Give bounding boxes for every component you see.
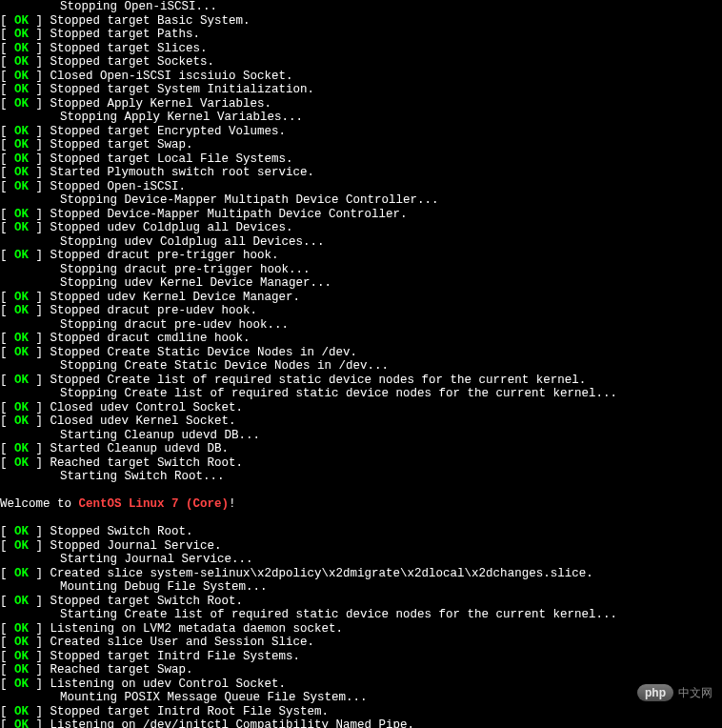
boot-message: Stopped Apply Kernel Variables. (50, 97, 272, 111)
boot-line: [ OK ] Stopped Apply Kernel Variables. (0, 97, 722, 111)
boot-message: Stopped target Initrd File Systems. (50, 650, 301, 663)
ok-status: OK (14, 567, 29, 580)
boot-message: Stopped target Sockets. (50, 55, 215, 69)
bracket-right: ] (29, 442, 50, 455)
boot-message: Stopped Journal Service. (50, 539, 222, 553)
boot-message: Listening on LVM2 metadata daemon socket… (50, 622, 344, 636)
boot-message: Stopped dracut pre-udev hook. (50, 304, 258, 317)
ok-status: OK (14, 525, 29, 538)
bracket-right: ] (29, 539, 50, 553)
ok-status: OK (14, 401, 29, 415)
boot-line: [ OK ] Stopped target Local File Systems… (0, 152, 722, 167)
bracket-right: ] (29, 42, 50, 55)
boot-message: Stopped target Basic System. (50, 14, 251, 28)
boot-message: Listening on /dev/initctl Compatibility … (50, 718, 415, 728)
boot-line: [ OK ] Stopped Device-Mapper Multipath D… (0, 208, 722, 222)
bracket-right: ] (29, 249, 50, 262)
bracket-left: [ (0, 152, 14, 166)
boot-message: Created slice system-selinux\x2dpolicy\x… (50, 567, 593, 580)
boot-line: Starting Create list of required static … (60, 608, 722, 622)
bracket-right: ] (29, 138, 50, 152)
boot-line: [ OK ] Created slice system-selinux\x2dp… (0, 567, 722, 581)
boot-line (0, 512, 722, 526)
bracket-left: [ (0, 180, 14, 193)
bracket-right: ] (29, 705, 50, 718)
boot-line: [ OK ] Closed Open-iSCSI iscsiuio Socket… (0, 70, 722, 84)
boot-message: Stopping Create list of required static … (60, 387, 617, 400)
watermark-text: 中文网 (678, 686, 712, 700)
boot-line: [ OK ] Stopped dracut pre-udev hook. (0, 304, 722, 318)
boot-line: [ OK ] Closed udev Control Socket. (0, 401, 722, 415)
boot-line: Stopping dracut pre-trigger hook... (60, 263, 722, 277)
bracket-left: [ (0, 55, 14, 69)
boot-line: [ OK ] Stopped dracut cmdline hook. (0, 332, 722, 346)
bracket-right: ] (29, 663, 50, 677)
ok-status: OK (14, 539, 29, 553)
ok-status: OK (14, 718, 29, 728)
boot-message: Starting Cleanup udevd DB... (60, 429, 260, 442)
boot-line: Mounting Debug File System... (60, 580, 722, 595)
bracket-right: ] (29, 525, 50, 538)
bracket-left: [ (0, 138, 14, 152)
welcome-suffix: ! (229, 497, 236, 511)
bracket-right: ] (29, 595, 50, 608)
ok-status: OK (14, 705, 29, 718)
boot-message: Started Plymouth switch root service. (50, 166, 315, 179)
ok-status: OK (14, 442, 29, 455)
boot-line: [ OK ] Stopped target Slices. (0, 42, 722, 56)
boot-line: [ OK ] Stopped target Switch Root. (0, 595, 722, 609)
bracket-left: [ (0, 650, 14, 663)
bracket-right: ] (29, 291, 50, 304)
boot-message: Mounting POSIX Message Queue File System… (60, 691, 368, 704)
bracket-left: [ (0, 705, 14, 718)
bracket-right: ] (29, 374, 50, 387)
boot-line: Stopping Create Static Device Nodes in /… (60, 359, 722, 374)
boot-message: Stopped target Swap. (50, 138, 193, 152)
boot-message: Mounting Debug File System... (60, 580, 268, 594)
boot-message: Listening on udev Control Socket. (50, 677, 287, 691)
bracket-left: [ (0, 525, 14, 538)
boot-line: [ OK ] Stopped target System Initializat… (0, 83, 722, 97)
boot-line: [ OK ] Stopped target Basic System. (0, 14, 722, 29)
boot-line: [ OK ] Stopped dracut pre-trigger hook. (0, 249, 722, 263)
boot-line: [ OK ] Stopped Create list of required s… (0, 374, 722, 388)
boot-line: [ OK ] Stopped target Initrd Root File S… (0, 705, 722, 719)
bracket-right: ] (29, 221, 50, 234)
boot-line: [ OK ] Stopped target Swap. (0, 138, 722, 152)
boot-message: Starting Journal Service... (60, 553, 253, 566)
boot-line: [ OK ] Reached target Swap. (0, 663, 722, 677)
boot-message: Stopped target Slices. (50, 42, 208, 55)
ok-status: OK (14, 166, 29, 179)
ok-status: OK (14, 70, 29, 83)
bracket-left: [ (0, 442, 14, 455)
boot-message: Stopping Device-Mapper Multipath Device … (60, 193, 439, 207)
bracket-right: ] (29, 567, 50, 580)
bracket-right: ] (29, 636, 50, 649)
bracket-left: [ (0, 456, 14, 470)
boot-line: [ OK ] Stopped target Encrypted Volumes. (0, 125, 722, 139)
boot-message: Stopping Apply Kernel Variables... (60, 111, 303, 124)
bracket-right: ] (29, 650, 50, 663)
bracket-left: [ (0, 291, 14, 304)
bracket-left: [ (0, 539, 14, 553)
bracket-left: [ (0, 249, 14, 262)
boot-line: [ OK ] Stopped Switch Root. (0, 525, 722, 539)
boot-line: Starting Switch Root... (60, 470, 722, 484)
bracket-right: ] (29, 718, 50, 728)
bracket-right: ] (29, 401, 50, 415)
boot-line: Starting Journal Service... (60, 553, 722, 567)
ok-status: OK (14, 55, 29, 69)
watermark: php 中文网 (637, 684, 712, 702)
boot-message: Started Cleanup udevd DB. (50, 442, 230, 455)
boot-line: [ OK ] Started Cleanup udevd DB. (0, 442, 722, 456)
boot-message: Stopped target Switch Root. (50, 595, 244, 608)
ok-status: OK (14, 374, 29, 387)
ok-status: OK (14, 304, 29, 317)
boot-line: Stopping Apply Kernel Variables... (60, 111, 722, 125)
boot-line: [ OK ] Closed udev Kernel Socket. (0, 415, 722, 429)
ok-status: OK (14, 138, 29, 152)
bracket-left: [ (0, 208, 14, 221)
bracket-right: ] (29, 622, 50, 636)
ok-status: OK (14, 650, 29, 663)
ok-status: OK (14, 595, 29, 608)
